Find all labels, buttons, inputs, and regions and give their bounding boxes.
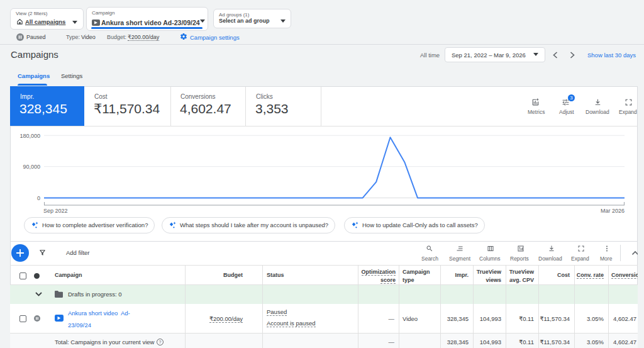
svg-text:180,000: 180,000 xyxy=(19,133,40,139)
svg-text:Mar 2026: Mar 2026 xyxy=(601,208,625,214)
svg-text:0: 0 xyxy=(37,195,40,201)
svg-text:90,000: 90,000 xyxy=(23,164,40,170)
svg-text:Sep 2022: Sep 2022 xyxy=(43,208,68,214)
